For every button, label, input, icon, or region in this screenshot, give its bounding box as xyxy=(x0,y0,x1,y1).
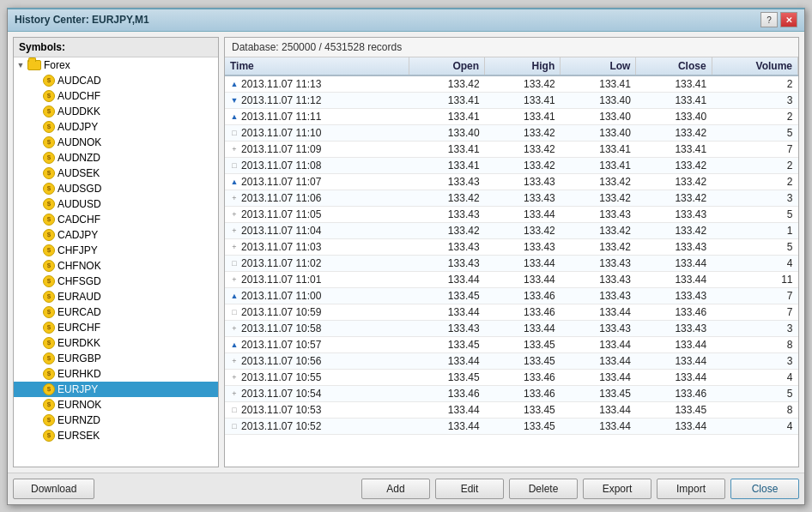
tree-item-eurnzd[interactable]: ▶$EURNZD xyxy=(14,413,218,428)
cell-open: 133.45 xyxy=(409,369,484,385)
download-button[interactable]: Download xyxy=(13,479,94,499)
tree-item-euraud[interactable]: ▶$EURAUD xyxy=(14,289,218,304)
cell-open: 133.43 xyxy=(409,206,484,222)
tree-item-audnok[interactable]: ▶$AUDNOK xyxy=(14,135,218,150)
cell-close: 133.44 xyxy=(636,255,712,271)
row-icon: □ xyxy=(230,161,239,170)
tree-item-eurdkk[interactable]: ▶$EURDKK xyxy=(14,335,218,351)
item-label: CHFJPY xyxy=(58,244,98,256)
tree-item-chfsgd[interactable]: ▶$CHFSGD xyxy=(14,274,218,289)
cell-high: 133.41 xyxy=(485,92,561,108)
help-button[interactable]: ? xyxy=(760,12,778,27)
tree-item-eurcad[interactable]: ▶$EURCAD xyxy=(14,304,218,320)
table-row[interactable]: +2013.11.07 11:09133.41133.42133.41133.4… xyxy=(225,141,798,157)
tree-item-audsek[interactable]: ▶$AUDSEK xyxy=(14,166,218,181)
table-row[interactable]: ▲2013.11.07 11:07133.43133.43133.42133.4… xyxy=(225,173,798,190)
cell-high: 133.44 xyxy=(485,255,561,271)
table-row[interactable]: ▼2013.11.07 11:12133.41133.41133.40133.4… xyxy=(225,92,798,108)
tree-item-chfnok[interactable]: ▶$CHFNOK xyxy=(14,258,218,274)
table-row[interactable]: +2013.11.07 10:58133.43133.44133.43133.4… xyxy=(225,320,798,336)
col-header-low[interactable]: Low xyxy=(561,57,636,75)
cell-high: 133.42 xyxy=(485,141,561,157)
table-row[interactable]: ▲2013.11.07 11:13133.42133.42133.41133.4… xyxy=(225,75,798,93)
tree-item-audnzd[interactable]: ▶$AUDNZD xyxy=(14,150,218,166)
cell-volume: 11 xyxy=(712,271,797,287)
cell-time: □2013.11.07 10:53 xyxy=(225,402,409,418)
data-table[interactable]: TimeOpenHighLowCloseVolume ▲2013.11.07 1… xyxy=(225,57,798,467)
window-close-button[interactable]: ✕ xyxy=(780,12,797,27)
table-row[interactable]: ▲2013.11.07 10:57133.45133.45133.44133.4… xyxy=(225,336,798,352)
history-center-dialog: History Center: EURJPY,M1 ? ✕ Symbols: ▼… xyxy=(7,8,805,505)
tree-item-eurjpy[interactable]: ▶$EURJPY xyxy=(14,382,218,397)
symbol-tree[interactable]: ▼Forex▶$AUDCAD▶$AUDCHF▶$AUDDKK▶$AUDJPY▶$… xyxy=(14,57,218,467)
footer-right-buttons: Add Edit Delete Export Import Close xyxy=(361,479,799,499)
row-icon: + xyxy=(230,324,239,333)
item-label: EURNOK xyxy=(58,399,101,411)
cell-close: 133.44 xyxy=(636,271,712,287)
table-row[interactable]: □2013.11.07 11:10133.40133.42133.40133.4… xyxy=(225,124,798,141)
cell-open: 133.44 xyxy=(409,418,484,434)
cell-high: 133.43 xyxy=(485,190,561,206)
tree-item-auddkk[interactable]: ▶$AUDDKK xyxy=(14,104,218,119)
table-row[interactable]: □2013.11.07 10:52133.44133.45133.44133.4… xyxy=(225,418,798,434)
coin-icon: $ xyxy=(43,183,55,195)
table-row[interactable]: +2013.11.07 10:56133.44133.45133.44133.4… xyxy=(225,352,798,369)
tree-item-audsgd[interactable]: ▶$AUDSGD xyxy=(14,181,218,196)
table-row[interactable]: +2013.11.07 11:03133.43133.43133.42133.4… xyxy=(225,238,798,255)
export-button[interactable]: Export xyxy=(583,479,651,499)
cell-time: □2013.11.07 11:08 xyxy=(225,158,409,173)
tree-item-cadjpy[interactable]: ▶$CADJPY xyxy=(14,227,218,243)
table-row[interactable]: □2013.11.07 10:59133.44133.46133.44133.4… xyxy=(225,304,798,320)
item-label: CADCHF xyxy=(58,214,100,226)
tree-item-eurgbp[interactable]: ▶$EURGBP xyxy=(14,351,218,366)
add-button[interactable]: Add xyxy=(361,479,430,499)
window-title: History Center: EURJPY,M1 xyxy=(15,14,149,26)
table-row[interactable]: +2013.11.07 11:05133.43133.44133.43133.4… xyxy=(225,206,798,222)
item-label: AUDNOK xyxy=(58,136,101,148)
delete-button[interactable]: Delete xyxy=(509,479,578,499)
symbols-label: Symbols: xyxy=(14,38,218,57)
tree-item-eurnok[interactable]: ▶$EURNOK xyxy=(14,397,218,413)
col-header-time[interactable]: Time xyxy=(225,57,409,75)
tree-item-audusd[interactable]: ▶$AUDUSD xyxy=(14,196,218,212)
cell-volume: 4 xyxy=(712,255,797,271)
cell-high: 133.42 xyxy=(485,157,561,173)
coin-icon: $ xyxy=(43,75,55,87)
cell-volume: 2 xyxy=(712,157,797,173)
table-row[interactable]: ▲2013.11.07 11:00133.45133.46133.43133.4… xyxy=(225,287,798,304)
tree-item-chfjpy[interactable]: ▶$CHFJPY xyxy=(14,243,218,258)
table-row[interactable]: +2013.11.07 11:06133.42133.43133.42133.4… xyxy=(225,190,798,206)
col-header-volume[interactable]: Volume xyxy=(712,57,797,75)
table-row[interactable]: ▲2013.11.07 11:11133.41133.41133.40133.4… xyxy=(225,108,798,124)
col-header-close[interactable]: Close xyxy=(636,57,712,75)
col-header-open[interactable]: Open xyxy=(409,57,484,75)
coin-icon: $ xyxy=(43,136,55,148)
tree-item-eurhkd[interactable]: ▶$EURHKD xyxy=(14,366,218,382)
col-header-high[interactable]: High xyxy=(485,57,561,75)
row-icon: □ xyxy=(230,406,239,414)
table-row[interactable]: □2013.11.07 11:08133.41133.42133.41133.4… xyxy=(225,157,798,173)
cell-low: 133.41 xyxy=(561,157,636,173)
cell-low: 133.43 xyxy=(561,206,636,222)
tree-item-audjpy[interactable]: ▶$AUDJPY xyxy=(14,119,218,135)
tree-item-audcad[interactable]: ▶$AUDCAD xyxy=(14,73,218,88)
table-row[interactable]: +2013.11.07 11:04133.42133.42133.42133.4… xyxy=(225,222,798,238)
tree-item-forex[interactable]: ▼Forex xyxy=(14,57,218,73)
table-row[interactable]: +2013.11.07 11:01133.44133.44133.43133.4… xyxy=(225,271,798,287)
tree-item-eursek[interactable]: ▶$EURSEK xyxy=(14,428,218,443)
cell-low: 133.45 xyxy=(561,385,636,401)
cell-volume: 2 xyxy=(712,173,797,190)
import-button[interactable]: Import xyxy=(657,479,725,499)
edit-button[interactable]: Edit xyxy=(435,479,504,499)
cell-low: 133.43 xyxy=(561,320,636,336)
tree-item-cadchf[interactable]: ▶$CADCHF xyxy=(14,212,218,227)
close-button[interactable]: Close xyxy=(730,479,799,499)
row-icon: □ xyxy=(230,422,239,431)
table-row[interactable]: □2013.11.07 11:02133.43133.44133.43133.4… xyxy=(225,255,798,271)
table-row[interactable]: +2013.11.07 10:55133.45133.46133.44133.4… xyxy=(225,369,798,385)
tree-item-audchf[interactable]: ▶$AUDCHF xyxy=(14,88,218,104)
cell-low: 133.44 xyxy=(561,369,636,385)
table-row[interactable]: +2013.11.07 10:54133.46133.46133.45133.4… xyxy=(225,385,798,401)
table-row[interactable]: □2013.11.07 10:53133.44133.45133.44133.4… xyxy=(225,401,798,418)
tree-item-eurchf[interactable]: ▶$EURCHF xyxy=(14,320,218,335)
